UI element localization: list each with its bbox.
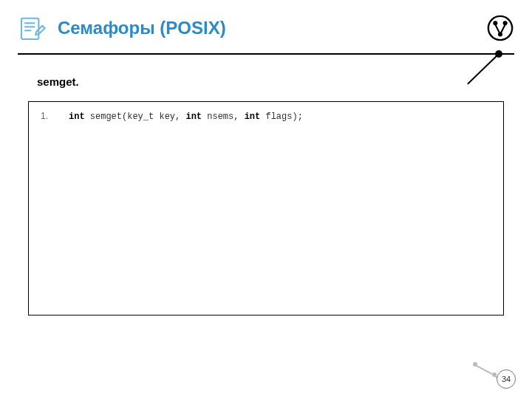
decor-line xyxy=(475,364,493,375)
svg-rect-0 xyxy=(21,18,38,39)
code-block: 1. int semget(key_t key, int nsems, int … xyxy=(28,101,504,316)
code-line: 1. int semget(key_t key, int nsems, int … xyxy=(41,111,491,122)
header-divider xyxy=(18,53,514,55)
svg-point-9 xyxy=(503,21,508,25)
svg-line-6 xyxy=(495,24,500,34)
title-icon xyxy=(18,13,47,43)
line-number: 1. xyxy=(41,111,51,121)
divider-line xyxy=(18,53,514,55)
divider-dot xyxy=(495,50,502,58)
page-number-decor: 34 xyxy=(471,359,516,389)
page-number: 34 xyxy=(497,369,516,389)
svg-point-8 xyxy=(493,21,497,25)
section-subtitle: semget. xyxy=(37,75,532,88)
branch-icon xyxy=(486,14,514,42)
svg-line-7 xyxy=(500,24,505,34)
slide-title: Семафоры (POSIX) xyxy=(58,18,476,38)
code-text: int semget(key_t key, int nsems, int fla… xyxy=(69,112,303,122)
slide-header: Семафоры (POSIX) xyxy=(0,0,532,43)
